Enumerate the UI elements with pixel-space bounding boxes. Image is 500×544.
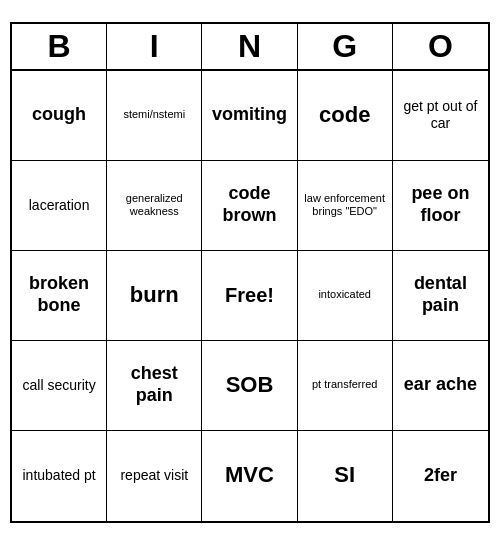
cell-label: law enforcement brings "EDO" <box>302 192 388 218</box>
cell-label: dental pain <box>397 273 484 316</box>
cell-label: chest pain <box>111 363 197 406</box>
cell-label: laceration <box>29 197 90 214</box>
bingo-card: BINGO coughstemi/nstemivomitingcodeget p… <box>10 22 490 523</box>
cell-label: code <box>319 102 370 128</box>
bingo-cell[interactable]: cough <box>12 71 107 161</box>
header-letter: B <box>12 24 107 69</box>
header-letter: G <box>298 24 393 69</box>
header-letter: O <box>393 24 488 69</box>
header-letter: N <box>202 24 297 69</box>
cell-label: burn <box>130 282 179 308</box>
header-letter: I <box>107 24 202 69</box>
bingo-cell[interactable]: intubated pt <box>12 431 107 521</box>
bingo-cell[interactable]: pee on floor <box>393 161 488 251</box>
cell-label: MVC <box>225 462 274 488</box>
cell-label: pee on floor <box>397 183 484 226</box>
bingo-cell[interactable]: repeat visit <box>107 431 202 521</box>
bingo-cell[interactable]: broken bone <box>12 251 107 341</box>
bingo-cell[interactable]: ear ache <box>393 341 488 431</box>
cell-label: broken bone <box>16 273 102 316</box>
bingo-cell[interactable]: 2fer <box>393 431 488 521</box>
cell-label: intoxicated <box>318 288 371 301</box>
bingo-cell[interactable]: get pt out of car <box>393 71 488 161</box>
bingo-grid: coughstemi/nstemivomitingcodeget pt out … <box>12 71 488 521</box>
bingo-cell[interactable]: laceration <box>12 161 107 251</box>
bingo-cell[interactable]: code <box>298 71 393 161</box>
cell-label: pt transferred <box>312 378 377 391</box>
cell-label: generalized weakness <box>111 192 197 218</box>
cell-label: vomiting <box>212 104 287 126</box>
bingo-cell[interactable]: MVC <box>202 431 297 521</box>
cell-label: repeat visit <box>120 467 188 484</box>
cell-label: SOB <box>226 372 274 398</box>
bingo-cell[interactable]: code brown <box>202 161 297 251</box>
bingo-cell[interactable]: burn <box>107 251 202 341</box>
cell-label: code brown <box>206 183 292 226</box>
bingo-cell[interactable]: call security <box>12 341 107 431</box>
cell-label: Free! <box>225 283 274 307</box>
cell-label: 2fer <box>424 465 457 487</box>
cell-label: stemi/nstemi <box>123 108 185 121</box>
cell-label: SI <box>334 462 355 488</box>
bingo-cell[interactable]: stemi/nstemi <box>107 71 202 161</box>
bingo-cell[interactable]: chest pain <box>107 341 202 431</box>
cell-label: ear ache <box>404 374 477 396</box>
cell-label: cough <box>32 104 86 126</box>
bingo-cell[interactable]: vomiting <box>202 71 297 161</box>
cell-label: get pt out of car <box>397 98 484 132</box>
cell-label: call security <box>23 377 96 394</box>
bingo-cell[interactable]: SOB <box>202 341 297 431</box>
bingo-cell[interactable]: intoxicated <box>298 251 393 341</box>
bingo-cell[interactable]: pt transferred <box>298 341 393 431</box>
bingo-cell[interactable]: SI <box>298 431 393 521</box>
bingo-cell[interactable]: Free! <box>202 251 297 341</box>
bingo-cell[interactable]: generalized weakness <box>107 161 202 251</box>
bingo-cell[interactable]: law enforcement brings "EDO" <box>298 161 393 251</box>
cell-label: intubated pt <box>23 467 96 484</box>
bingo-header: BINGO <box>12 24 488 71</box>
bingo-cell[interactable]: dental pain <box>393 251 488 341</box>
